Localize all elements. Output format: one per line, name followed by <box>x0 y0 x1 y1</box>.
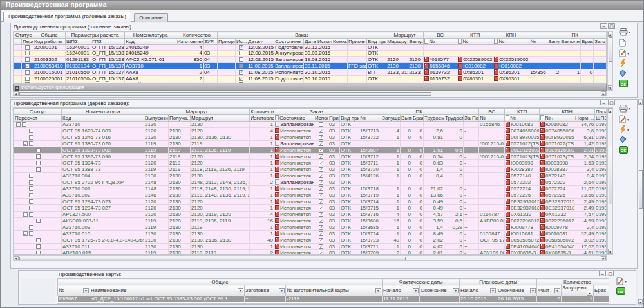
maximize-icon[interactable]: ▢ <box>607 271 614 276</box>
filter-dropdown-icon[interactable]: ▼ <box>413 288 419 293</box>
table-row[interactable]: 210002500121010550-О_ГП_15/1378ААК8211.0… <box>14 76 607 82</box>
checkbox[interactable] <box>29 199 33 204</box>
column-header-zagkarta[interactable]: № заготовительной карты▼ <box>286 285 383 296</box>
column-header-pri[interactable]: При... <box>328 115 340 122</box>
run-button[interactable]: ▼ <box>616 125 637 136</box>
table-row[interactable]: ОСТ 95 1294-73 0232120213021201Исполняет… <box>14 199 607 205</box>
column-header-brak[interactable]: Брак <box>581 39 594 45</box>
table-row[interactable]: ОСТ 95 1726-75 2-0,8-4,0-140-С/692130213… <box>14 237 607 244</box>
column-header-fakt[interactable]: Факт▼ <box>537 285 562 296</box>
edit-document-button[interactable]: ▼ <box>614 277 634 287</box>
dropdown-arrow-icon[interactable]: ▼ <box>624 280 627 284</box>
column-header-zap[interactable]: Запу... <box>547 39 560 45</box>
scroll-left-icon[interactable]: ◄ <box>14 91 19 96</box>
checkbox[interactable] <box>29 206 33 210</box>
scroll-left-icon[interactable]: ◄ <box>14 256 19 260</box>
table-row[interactable]: -АР1327.500212021302120, 2119, 21204Испо… <box>14 212 607 218</box>
horizontal-scrollbar[interactable]: ◄ ► <box>13 255 607 261</box>
checkbox[interactable] <box>319 141 323 146</box>
scroll-up-icon[interactable]: ▲ <box>608 108 612 113</box>
checkbox[interactable] <box>319 135 323 140</box>
checkbox[interactable] <box>319 161 323 165</box>
dropdown-arrow-icon[interactable]: ▼ <box>628 107 631 111</box>
column-header-kodrab[interactable]: Код работы <box>33 39 66 45</box>
column-header-kpn[interactable]: № ▿ <box>540 115 574 122</box>
column-header-shpz[interactable]: ШПЗ <box>595 115 607 122</box>
ok-button[interactable]: ОК <box>616 80 637 90</box>
checkbox[interactable] <box>239 70 243 75</box>
vertical-scrollbar[interactable]: ▲ ▼ <box>607 31 613 91</box>
filter-dropdown-icon[interactable]: ▼ <box>554 288 560 293</box>
form-vertical-scrollbar[interactable]: ▲ ▼ <box>638 99 643 305</box>
checkbox[interactable] <box>319 148 323 152</box>
checkbox[interactable] <box>319 238 323 242</box>
column-header-komm[interactable]: Комм... <box>332 39 348 45</box>
tree-expander-icon[interactable]: - <box>23 141 28 146</box>
checkbox[interactable] <box>29 135 33 140</box>
table-row[interactable]: ОСТ 95 1294-73 0272120213021201Исполняет… <box>14 205 607 212</box>
checkbox[interactable] <box>36 219 41 223</box>
checkbox[interactable] <box>319 174 323 178</box>
column-header-pknr[interactable]: № <box>529 39 547 45</box>
table-row[interactable]: -ОСТ 95 1380-73 0202119213021191Запланир… <box>14 141 607 147</box>
column-header-zag[interactable]: Заг... <box>464 115 471 122</box>
checkbox[interactable] <box>29 231 33 236</box>
column-header-vid[interactable]: Вид прие... <box>367 39 386 45</box>
scroll-up-icon[interactable]: ▲ <box>608 32 612 37</box>
checkbox[interactable] <box>319 154 323 159</box>
checkbox[interactable] <box>36 251 41 255</box>
checkbox[interactable] <box>29 212 33 217</box>
table-row[interactable]: 2200010116240001О_ГП_15/138124015249412.… <box>14 45 607 51</box>
checkbox[interactable] <box>25 70 30 75</box>
column-header-vypusk[interactable]: Выпускник <box>144 115 169 122</box>
table-row[interactable]: ОСТ 95 1392-73 0902120211921201Исполняет… <box>14 154 607 160</box>
column-header-name[interactable]: Наименование▼ <box>90 285 245 296</box>
column-header-pknr[interactable]: № <box>359 115 381 122</box>
column-header-ispoln[interactable]: Исполн... <box>314 115 328 122</box>
column-header-gpz[interactable]: ГПЗ <box>91 39 125 45</box>
column-header-dataisp[interactable]: Дата Исполн... <box>304 39 332 45</box>
table-row[interactable]: -А33710.0102130213021301Исполняется03ОТК… <box>14 231 607 237</box>
table-row[interactable]: ОСТ 95 1384-732120211921201Исполняется03… <box>14 160 607 167</box>
table-row[interactable]: ОСТ 95 1629-74 0032120213021204Исполняет… <box>14 128 607 134</box>
scroll-down-icon[interactable]: ▼ <box>608 85 612 90</box>
checkbox[interactable] <box>25 51 30 55</box>
table-row[interactable]: -А33710213021301Запланирован03ОТК0155846… <box>14 122 607 128</box>
edit-document-button[interactable]: ▼ <box>616 115 637 125</box>
checkbox[interactable] <box>319 225 323 230</box>
column-header-vypoln[interactable]: Выполнено ... <box>560 39 581 45</box>
table-row[interactable]: А33710.001214821302118, 2148, 2136, 2119… <box>14 186 607 192</box>
column-header-zagot[interactable]: Заготовка▼ <box>245 285 286 296</box>
column-header-prim[interactable]: Примеч... <box>348 39 367 45</box>
filter-notice-bar[interactable]: ✕Используется фильтрация <box>13 84 607 91</box>
column-header-kod[interactable]: Код <box>125 39 176 45</box>
checkbox[interactable] <box>36 167 41 172</box>
scroll-down-icon[interactable]: ▼ <box>608 249 612 254</box>
checkbox[interactable] <box>36 154 41 159</box>
checkbox[interactable] <box>239 64 243 68</box>
checkbox[interactable] <box>239 51 243 55</box>
checkbox[interactable] <box>22 122 26 127</box>
column-header-brak[interactable]: Брак▼ <box>594 285 609 296</box>
dropdown-arrow-icon[interactable]: ▼ <box>627 118 630 122</box>
column-header-vyp[interactable]: Выпу... <box>408 39 424 45</box>
checkbox[interactable] <box>319 122 323 127</box>
vertical-scrollbar[interactable]: ▲ ▼ <box>607 107 613 255</box>
checkbox[interactable] <box>36 161 41 165</box>
column-header-ind[interactable] <box>14 39 22 45</box>
checkbox[interactable] <box>36 148 41 152</box>
column-header-shpz[interactable]: ШПЗ <box>66 39 91 45</box>
table-row[interactable]: А33710.0112130213021301Исполняется03ОТК1… <box>14 244 607 250</box>
filter-dropdown-icon[interactable]: ▼ <box>530 288 536 293</box>
tree-expander-icon[interactable]: - <box>16 122 21 127</box>
column-header-fnach[interactable]: Начало▼ <box>383 285 420 296</box>
checkbox[interactable] <box>29 174 33 178</box>
column-header-zap[interactable]: Запущено▼ <box>562 285 594 296</box>
column-header-zagot[interactable]: Заготовка <box>594 39 607 45</box>
checkbox[interactable] <box>29 129 33 133</box>
checkbox[interactable] <box>319 206 323 210</box>
column-header-pnach[interactable]: Начало▼ <box>460 285 497 296</box>
tab-description[interactable]: Описание <box>134 13 168 22</box>
table-row[interactable]: ОСТ 95 1388-73211921192118, 2119, 2136, … <box>14 167 607 173</box>
checkbox[interactable] <box>319 244 323 249</box>
